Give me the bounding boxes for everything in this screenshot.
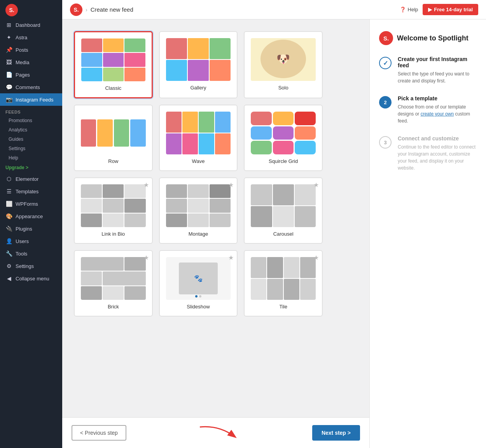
wpforms-icon: ⬜	[5, 201, 12, 207]
step-3: 3 Connect and customize Continue to the …	[379, 135, 477, 172]
squircle-label: Squircle Grid	[269, 158, 298, 164]
sidebar-item-guides[interactable]: Guides	[0, 135, 62, 144]
tile-label: Tile	[279, 304, 287, 310]
classic-preview	[81, 38, 145, 81]
sidebar-item-label: Posts	[16, 47, 28, 53]
posts-icon: 📌	[5, 47, 12, 53]
step-1-circle	[379, 57, 392, 69]
topbar: S. › Create new feed ❓ Help ▶ Free 14-da…	[62, 0, 486, 19]
slideshow-label: Slideshow	[187, 304, 210, 310]
sidebar-item-promotions[interactable]: Promotions	[0, 116, 62, 125]
trial-icon: ▶	[428, 7, 432, 12]
sidebar-item-media[interactable]: 🖼 Media	[0, 56, 62, 68]
sidebar-item-help[interactable]: Help	[0, 153, 62, 163]
spotlight-header: S. Welcome to Spotlight	[379, 31, 477, 45]
slideshow-preview: 🐾	[166, 257, 231, 300]
template-wave[interactable]: Wave	[159, 105, 238, 171]
template-gallery[interactable]: Gallery	[159, 31, 238, 98]
sidebar-brand: S.	[5, 4, 18, 16]
sidebar-item-label: Tools	[16, 251, 27, 257]
row-label: Row	[108, 158, 118, 164]
appearance-icon: 🎨	[5, 213, 12, 219]
tools-icon: 🔧	[5, 250, 12, 257]
sidebar-item-label: Elementor	[16, 176, 38, 182]
template-brick[interactable]: Brick	[74, 250, 153, 317]
brick-label: Brick	[108, 304, 119, 310]
sidebar-item-label: Dashboard	[16, 22, 40, 28]
free-trial-button[interactable]: ▶ Free 14-day trial	[423, 4, 478, 15]
create-own-link[interactable]: create your own	[421, 111, 454, 117]
template-carousel[interactable]: Carousel	[244, 177, 323, 244]
wave-label: Wave	[192, 158, 205, 164]
sidebar-item-label: WPForms	[16, 201, 38, 207]
wave-preview	[166, 112, 231, 154]
breadcrumb-arrow: ›	[86, 7, 87, 13]
collapse-icon: ◀	[5, 275, 12, 282]
next-step-button[interactable]: Next step >	[312, 425, 360, 441]
template-row[interactable]: Row	[74, 105, 153, 171]
pages-icon: 📄	[5, 72, 12, 78]
sidebar-item-pages[interactable]: 📄 Pages	[0, 68, 62, 81]
media-icon: 🖼	[5, 59, 12, 65]
help-icon: ❓	[400, 7, 406, 12]
template-link-in-bio[interactable]: Link in Bio	[74, 177, 153, 244]
brick-preview	[81, 257, 146, 300]
main-content: S. › Create new feed ❓ Help ▶ Free 14-da…	[62, 0, 486, 448]
templates-grid: Classic Gallery	[74, 31, 323, 317]
topbar-brand: S.	[70, 4, 82, 16]
template-squircle-grid[interactable]: Squircle Grid	[244, 105, 323, 171]
montage-label: Montage	[189, 231, 208, 237]
link-in-bio-preview	[81, 184, 146, 227]
sidebar-item-elementor[interactable]: ⬡ Elementor	[0, 173, 62, 185]
sidebar-item-label: Collapse menu	[16, 276, 49, 282]
sidebar-item-appearance[interactable]: 🎨 Appearance	[0, 210, 62, 222]
arrow-annotation	[196, 423, 243, 443]
topbar-left: S. › Create new feed	[70, 4, 133, 16]
step-2: 2 Pick a template Choose from one of our…	[379, 95, 477, 124]
template-montage[interactable]: Montage	[159, 177, 238, 244]
step-2-circle: 2	[379, 96, 392, 108]
feed-picker: Classic Gallery	[62, 19, 369, 448]
sidebar-item-posts[interactable]: 📌 Posts	[0, 44, 62, 56]
gallery-label: Gallery	[190, 85, 206, 91]
carousel-label: Carousel	[273, 231, 294, 237]
classic-label: Classic	[105, 85, 121, 91]
right-panel: S. Welcome to Spotlight Create your firs…	[369, 19, 486, 448]
sidebar-item-label: Appearance	[16, 214, 43, 219]
sidebar-item-plugins-sys[interactable]: 🔌 Plugins	[0, 222, 62, 235]
help-button[interactable]: ❓ Help	[400, 7, 418, 12]
sidebar-item-dashboard[interactable]: ⊞ Dashboard	[0, 19, 62, 31]
step-2-desc: Choose from one of our template designs …	[398, 103, 477, 124]
template-tile[interactable]: Tile	[244, 250, 323, 317]
sidebar-item-comments[interactable]: 💬 Comments	[0, 81, 62, 93]
spotlight-avatar: S.	[379, 31, 393, 45]
step-3-circle: 3	[379, 136, 392, 149]
previous-step-button[interactable]: < Previous step	[72, 425, 126, 441]
trial-label: Free 14-day trial	[434, 7, 473, 12]
template-solo[interactable]: 🐶 Solo	[244, 31, 323, 98]
sidebar-item-settings-sys[interactable]: ⚙ Settings	[0, 260, 62, 272]
instagram-icon: 📷	[5, 96, 12, 103]
sidebar-item-analytics[interactable]: Analytics	[0, 125, 62, 135]
page-title: Create new feed	[91, 6, 133, 13]
gallery-preview	[166, 38, 231, 81]
squircle-preview	[251, 112, 316, 154]
sidebar-item-astra[interactable]: ✦ Astra	[0, 31, 62, 44]
sidebar-item-templates[interactable]: ☰ Templates	[0, 185, 62, 198]
template-classic[interactable]: Classic	[74, 31, 153, 98]
users-icon: 👤	[5, 238, 12, 244]
step-1: Create your first Instagram feed Select …	[379, 56, 477, 84]
sidebar-item-collapse[interactable]: ◀ Collapse menu	[0, 272, 62, 285]
sidebar-item-label: Plugins	[16, 226, 32, 232]
sidebar-item-settings[interactable]: Settings	[0, 144, 62, 153]
dashboard-icon: ⊞	[5, 22, 12, 28]
template-slideshow[interactable]: 🐾 Slideshow	[159, 250, 238, 317]
sidebar-item-tools[interactable]: 🔧 Tools	[0, 247, 62, 260]
feeds-section-label: Feeds	[0, 106, 62, 116]
sidebar-item-instagram-feeds[interactable]: 📷 Instagram Feeds	[0, 93, 62, 106]
sidebar-item-wpforms[interactable]: ⬜ WPForms	[0, 198, 62, 210]
upgrade-link[interactable]: Upgrade >	[0, 163, 62, 173]
spotlight-title: Welcome to Spotlight	[397, 34, 469, 42]
sidebar-item-users[interactable]: 👤 Users	[0, 235, 62, 247]
astra-icon: ✦	[5, 34, 12, 40]
